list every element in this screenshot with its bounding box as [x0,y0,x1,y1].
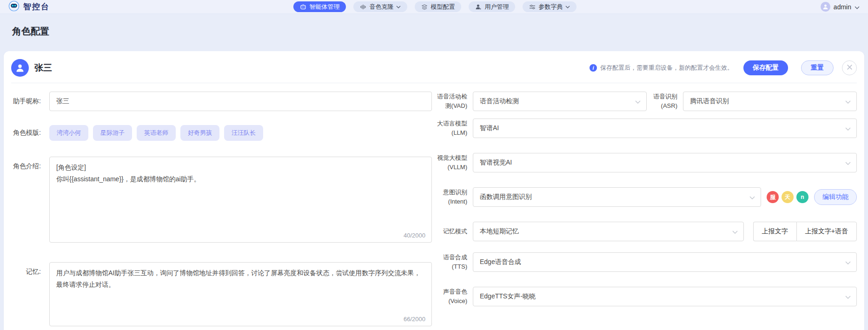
vad-group: 语音活动检 测(VAD) 语音活动检测 [437,92,647,111]
memory-mode-label: 记忆模式 [437,227,467,236]
info-icon: i [590,64,597,72]
template-chip[interactable]: 英语老师 [137,125,176,141]
intro-char-counter: 40/2000 [401,232,425,239]
function-badge[interactable]: 服 [767,191,779,203]
chevron-down-icon [845,293,851,300]
nav-item-parameter-dictionary[interactable]: 参数字典 [523,1,576,12]
restart-notice: 保存配置后，需要重启设备，新的配置才会生效。 [600,64,733,72]
user-icon [475,4,482,10]
llm-label: 大语言模型 (LLM) [437,119,467,138]
role-template-label: 角色模版: [11,129,41,137]
asr-group: 语音识别 (ASR) 腾讯语音识别 [647,92,857,111]
template-chip[interactable]: 汪汪队长 [224,125,263,141]
nav-item-label: 参数字典 [538,3,563,11]
reset-button[interactable]: 重置 [801,60,834,75]
sliders-icon [529,4,536,10]
close-icon [847,64,853,72]
function-badge-list: 服 天 n [767,191,808,203]
user-menu[interactable]: admin [821,2,860,12]
edit-functions-button[interactable]: 编辑功能 [814,189,857,205]
avatar [821,2,830,12]
function-badge[interactable]: 天 [782,191,794,203]
vad-label: 语音活动检 测(VAD) [437,92,467,111]
nav-item-agent-management[interactable]: 智能体管理 [293,1,346,12]
save-config-button[interactable]: 保存配置 [743,60,788,75]
report-buttons: 上报文字 上报文字+语音 [753,222,857,241]
chevron-down-icon [845,98,851,105]
role-template-row: 角色模版: 湾湾小何 星际游子 英语老师 好奇男孩 汪汪队长 [11,125,432,141]
chevron-down-icon [396,6,401,8]
role-config-card: 张三 i 保存配置后，需要重启设备，新的配置才会生效。 保存配置 重置 助手昵称… [4,51,864,330]
vad-asr-row: 语音活动检 测(VAD) 语音活动检测 语音识别 (ASR) [437,92,857,111]
tts-select[interactable]: Edge语音合成 [473,252,857,272]
chevron-down-icon [732,228,738,235]
nav-menu: 智能体管理 音色克隆 [293,1,576,12]
card-header: 张三 i 保存配置后，需要重启设备，新的配置才会生效。 保存配置 重置 [11,51,857,77]
intent-row: 意图识别 (Intent) 函数调用意图识别 服 天 n 编辑功能 [437,187,857,207]
chevron-down-icon [845,159,851,166]
function-badge[interactable]: n [796,191,808,203]
intent-select[interactable]: 函数调用意图识别 [473,187,761,207]
form-left-column: 助手昵称: 角色模版: 湾湾小何 星际游子 英语老师 好奇男孩 汪汪队长 角色介… [11,92,432,326]
agent-name: 张三 [34,62,52,74]
intent-label: 意图识别 (Intent) [437,188,467,206]
chevron-down-icon [635,98,641,105]
top-nav: 智控台 智能体管理 [0,0,868,14]
chevron-down-icon [855,3,860,11]
chevron-down-icon [565,6,570,8]
memory-textarea[interactable]: 用户与成都博物馆AI助手张三互动，询问了博物馆地址并得到回答，讨论了屏幕亮度和设… [49,262,432,326]
template-chip[interactable]: 湾湾小何 [49,125,88,141]
memory-mode-row: 记忆模式 本地短期记忆 上报文字 上报文字+语音 [437,222,857,241]
close-button[interactable] [842,60,857,75]
template-chip[interactable]: 好奇男孩 [180,125,219,141]
voice-label: 声音音色 (Voice) [437,287,467,306]
nickname-row: 助手昵称: [11,92,432,111]
vad-select[interactable]: 语音活动检测 [473,92,647,111]
template-chip[interactable]: 星际游子 [93,125,132,141]
llm-row: 大语言模型 (LLM) 智谱AI [437,119,857,138]
robot-icon [300,4,306,10]
memory-mode-select[interactable]: 本地短期记忆 [473,222,744,241]
chevron-down-icon [845,258,851,266]
waveform-icon [360,4,366,10]
voice-select[interactable]: EdgeTTS女声-晓晓 [473,287,857,306]
chevron-down-icon [749,193,755,201]
role-intro-row: 角色介绍: [角色设定] 你叫{{assistant_name}}，是成都博物馆… [11,157,432,243]
voice-row: 声音音色 (Voice) EdgeTTS女声-晓晓 [437,287,857,306]
tts-label: 语音合成 (TTS) [437,253,467,271]
page-header: 角色配置 [0,14,868,51]
app-logo[interactable]: 智控台 [8,0,50,13]
app-title: 智控台 [23,1,50,12]
asr-select[interactable]: 腾讯语音识别 [683,92,857,111]
report-text-voice-button[interactable]: 上报文字+语音 [796,222,857,241]
nav-item-label: 智能体管理 [309,3,339,11]
vllm-select[interactable]: 智谱视觉AI [473,153,857,172]
llm-select[interactable]: 智谱AI [473,119,857,138]
nav-item-user-management[interactable]: 用户管理 [469,1,515,12]
nickname-input[interactable] [49,92,432,111]
layers-icon [421,4,428,10]
username-label: admin [834,3,851,11]
nav-item-voice-clone[interactable]: 音色克隆 [353,1,407,12]
robot-logo-icon [8,0,20,13]
nav-item-label: 模型配置 [431,3,455,11]
form-right-column: 语音活动检 测(VAD) 语音活动检测 语音识别 (ASR) [437,92,857,326]
nav-item-model-config[interactable]: 模型配置 [415,1,461,12]
agent-avatar [11,59,29,77]
memory-row: 记忆: 用户与成都博物馆AI助手张三互动，询问了博物馆地址并得到回答，讨论了屏幕… [11,262,432,326]
report-text-button[interactable]: 上报文字 [753,222,796,241]
chevron-down-icon [845,125,851,132]
vllm-label: 视觉大模型 (VLLM) [437,153,467,172]
nav-item-label: 音色克隆 [369,3,393,11]
memory-label: 记忆: [11,262,41,276]
memory-char-counter: 66/2000 [401,316,425,323]
nav-item-label: 用户管理 [484,3,509,11]
role-intro-textarea[interactable]: [角色设定] 你叫{{assistant_name}}，是成都博物馆的ai助手。 [49,157,432,243]
asr-label: 语音识别 (ASR) [647,92,677,111]
template-chip-list: 湾湾小何 星际游子 英语老师 好奇男孩 汪汪队长 [49,125,432,141]
config-form: 助手昵称: 角色模版: 湾湾小何 星际游子 英语老师 好奇男孩 汪汪队长 角色介… [11,83,857,326]
tts-row: 语音合成 (TTS) Edge语音合成 [437,252,857,272]
role-intro-label: 角色介绍: [11,157,41,171]
page-title: 角色配置 [12,25,868,38]
vllm-row: 视觉大模型 (VLLM) 智谱视觉AI [437,153,857,172]
